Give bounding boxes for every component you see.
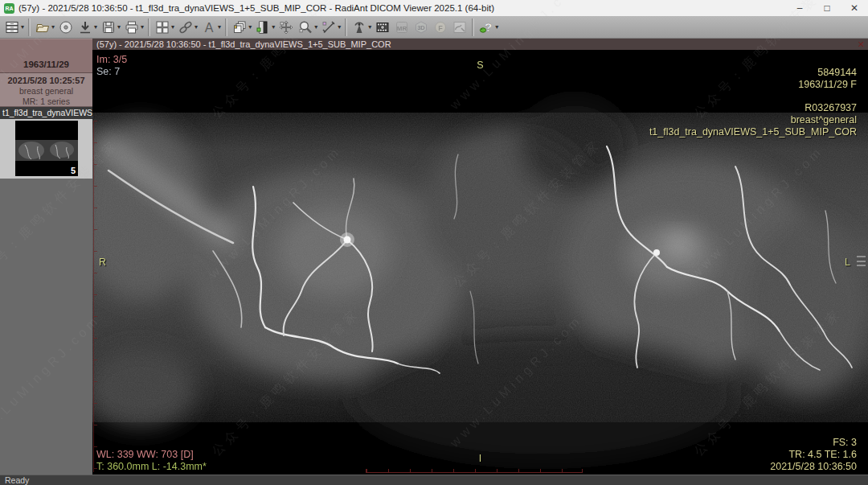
mpr-button: MR bbox=[392, 18, 411, 37]
study-description: breast general bbox=[0, 86, 92, 97]
thumbnail-image-count: 5 bbox=[71, 166, 76, 175]
dropdown-arrow-icon[interactable]: ▾ bbox=[248, 23, 252, 31]
app-icon[interactable]: RA bbox=[4, 3, 14, 14]
orientation-marker-right: R bbox=[99, 257, 106, 269]
status-bar: Ready bbox=[0, 475, 868, 485]
thumbnail-image bbox=[15, 121, 78, 176]
dropdown-arrow-icon[interactable]: ▾ bbox=[117, 23, 121, 31]
maximize-button[interactable]: □ bbox=[813, 0, 841, 16]
toolbar-separator bbox=[225, 18, 227, 36]
save-button[interactable]: ▾ bbox=[99, 18, 122, 37]
zoom-button[interactable]: ▾ bbox=[296, 18, 319, 37]
orientation-marker-left: L bbox=[845, 257, 850, 269]
minimize-button[interactable]: – bbox=[786, 0, 813, 16]
svg-text:MR: MR bbox=[397, 24, 407, 31]
mpr-icon: MR bbox=[394, 19, 410, 35]
svg-text:A: A bbox=[205, 20, 214, 34]
print-button[interactable]: ▾ bbox=[122, 18, 145, 37]
toolbar-separator bbox=[472, 18, 474, 36]
fusion-icon: F bbox=[432, 19, 448, 35]
cd-dvd-button[interactable] bbox=[56, 18, 76, 37]
cine-button[interactable] bbox=[373, 18, 392, 37]
help-button[interactable]: ?▾ bbox=[477, 18, 500, 37]
cine-icon bbox=[375, 19, 391, 35]
dropdown-arrow-icon[interactable]: ▾ bbox=[141, 23, 144, 31]
window-level-button[interactable]: ▾ bbox=[253, 18, 276, 37]
window-title: (57y) - 2021/5/28 10:36:50 - t1_fl3d_tra… bbox=[18, 3, 494, 13]
time-intensity-button bbox=[450, 18, 469, 37]
export-button[interactable]: ▾ bbox=[76, 18, 99, 37]
open-folder-button[interactable]: ▾ bbox=[33, 18, 56, 37]
toolbar-separator bbox=[28, 18, 31, 36]
study-header[interactable]: 2021/5/28 10:25:57 breast general MR: 1 … bbox=[0, 73, 92, 107]
tab-close-icon[interactable]: ✕ bbox=[858, 39, 865, 50]
series-link-button[interactable]: ▾ bbox=[176, 18, 199, 37]
svg-text:F: F bbox=[438, 23, 443, 31]
study-tab[interactable]: (57y) - 2021/5/28 10:36:50 - t1_fl3d_tra… bbox=[92, 39, 868, 50]
layout-grid-button[interactable]: ▾ bbox=[153, 18, 176, 37]
close-button[interactable]: ✕ bbox=[841, 0, 868, 16]
archive-icon bbox=[4, 19, 20, 35]
pacs-search-icon bbox=[351, 19, 367, 35]
series-panel: 1963/11/29 2021/5/28 10:25:57 breast gen… bbox=[0, 39, 92, 475]
overlay-top-right: 5849144 1963/11/29 F R03267937 breast^ge… bbox=[649, 67, 857, 138]
orientation-marker-inferior: I bbox=[92, 453, 868, 465]
measure-button[interactable]: ▾ bbox=[319, 18, 342, 37]
fusion-button: F bbox=[431, 18, 450, 37]
overlay-study-description: breast^general bbox=[649, 114, 857, 126]
title-bar: RA (57y) - 2021/5/28 10:36:50 - t1_fl3d_… bbox=[0, 0, 868, 16]
content-area: 1963/11/29 2021/5/28 10:25:57 breast gen… bbox=[0, 39, 868, 475]
window-level-icon bbox=[255, 19, 271, 35]
vertical-scale-ruler bbox=[93, 121, 97, 472]
dropdown-arrow-icon[interactable]: ▾ bbox=[338, 23, 341, 31]
dropdown-arrow-icon[interactable]: ▾ bbox=[94, 23, 97, 31]
image-viewport[interactable]: Im: 3/5 Se: 7 5849144 1963/11/29 F R0326… bbox=[92, 50, 868, 475]
overlay-patient-birth-sex: 1963/11/29 F bbox=[649, 79, 857, 91]
cd-dvd-icon bbox=[58, 19, 74, 35]
status-text: Ready bbox=[5, 475, 29, 485]
export-icon bbox=[77, 19, 93, 35]
browse-series-button[interactable]: ▾ bbox=[230, 18, 253, 37]
series-panel-empty bbox=[0, 179, 92, 475]
archive-button[interactable]: ▾ bbox=[2, 18, 26, 37]
series-thumbnail-container: 5 bbox=[0, 119, 92, 179]
help-icon: ? bbox=[478, 19, 494, 35]
open-folder-icon bbox=[35, 19, 51, 35]
patient-birthdate: 1963/11/29 bbox=[23, 60, 69, 69]
overlay-series-description: t1_fl3d_tra_dynaVIEWS_1+5_SUB_MIP_COR bbox=[649, 126, 857, 138]
series-name-label: t1_fl3d_tra_dynaVIEWS_1 bbox=[0, 107, 92, 119]
dropdown-arrow-icon[interactable]: ▾ bbox=[51, 23, 55, 31]
pan-button[interactable] bbox=[276, 18, 296, 37]
annotations-button[interactable]: A▾ bbox=[199, 18, 223, 37]
svg-text:3D: 3D bbox=[417, 23, 425, 31]
series-thumbnail[interactable]: 5 bbox=[15, 121, 78, 176]
dropdown-arrow-icon[interactable]: ▾ bbox=[272, 23, 275, 31]
patient-header[interactable]: 1963/11/29 bbox=[0, 39, 92, 73]
main-area: (57y) - 2021/5/28 10:36:50 - t1_fl3d_tra… bbox=[92, 39, 868, 475]
annotations-icon: A bbox=[201, 19, 217, 35]
browse-series-icon bbox=[231, 19, 248, 35]
svg-text:?: ? bbox=[485, 20, 492, 34]
dropdown-arrow-icon[interactable]: ▾ bbox=[368, 23, 371, 31]
dropdown-arrow-icon[interactable]: ▾ bbox=[171, 23, 174, 31]
series-scrollbar-handle[interactable] bbox=[857, 256, 866, 266]
layout-grid-icon bbox=[154, 19, 170, 35]
orientation-marker-superior: S bbox=[92, 60, 868, 72]
study-datetime: 2021/5/28 10:25:57 bbox=[0, 75, 92, 86]
toolbar: ▾▾▾▾▾▾▾A▾▾▾▾▾▾MR3DF?▾ bbox=[0, 16, 868, 39]
toolbar-separator bbox=[148, 18, 150, 36]
dropdown-arrow-icon[interactable]: ▾ bbox=[21, 23, 24, 31]
study-modality: MR: 1 series bbox=[0, 97, 92, 107]
series-link-icon bbox=[178, 19, 194, 35]
overlay-fs: FS: 3 bbox=[770, 437, 857, 449]
dropdown-arrow-icon[interactable]: ▾ bbox=[194, 23, 198, 31]
measure-icon bbox=[321, 19, 337, 35]
pan-icon bbox=[278, 19, 294, 35]
pacs-search-button[interactable]: ▾ bbox=[350, 18, 373, 37]
overlay-accession: R03267937 bbox=[649, 102, 857, 114]
dropdown-arrow-icon[interactable]: ▾ bbox=[218, 23, 221, 31]
save-icon bbox=[100, 19, 117, 35]
dropdown-arrow-icon[interactable]: ▾ bbox=[495, 23, 498, 31]
horizontal-scale-ruler bbox=[366, 469, 583, 473]
dropdown-arrow-icon[interactable]: ▾ bbox=[314, 23, 317, 31]
